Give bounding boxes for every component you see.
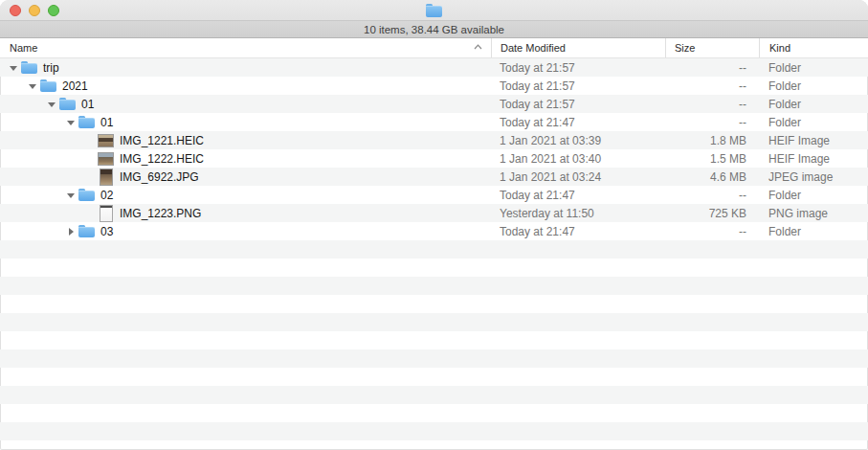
row-date: 1 Jan 2021 at 03:24 (491, 168, 665, 186)
row-indent (0, 186, 65, 204)
row-size: 725 KB (665, 204, 759, 222)
row-indent (0, 222, 65, 240)
list-row[interactable]: 2021 Today at 21:57 -- Folder (0, 77, 868, 95)
disclosure-triangle[interactable] (27, 77, 38, 95)
row-name: trip (43, 61, 59, 75)
empty-row (0, 386, 868, 404)
disclosure-triangle[interactable] (65, 222, 77, 240)
list-row[interactable]: 03 Today at 21:47 -- Folder (0, 222, 868, 240)
row-name: IMG_6922.JPG (120, 170, 199, 184)
status-text: 10 items, 38.44 GB available (364, 24, 504, 35)
row-date: Today at 21:57 (491, 77, 665, 95)
titlebar[interactable] (0, 0, 868, 21)
row-indent (0, 149, 84, 168)
list-row[interactable]: 01 Today at 21:47 -- Folder (0, 113, 868, 131)
row-kind: PNG image (759, 204, 868, 222)
disclosure-triangle[interactable] (8, 58, 19, 77)
row-size: -- (665, 77, 759, 95)
row-name: 01 (81, 98, 94, 111)
disclosure-triangle (84, 131, 96, 149)
row-size: -- (665, 58, 759, 77)
row-kind: Folder (759, 113, 868, 131)
column-header-size[interactable]: Size (665, 38, 759, 57)
disclosure-triangle[interactable] (46, 95, 57, 113)
row-indent (0, 168, 84, 186)
row-size: -- (665, 222, 759, 240)
disclosure-triangle (84, 149, 96, 168)
file-list: trip Today at 21:57 -- Folder 2021 Today… (0, 58, 868, 449)
row-date: 1 Jan 2021 at 03:39 (491, 131, 665, 149)
row-name: 01 (100, 116, 113, 129)
row-size: 4.6 MB (665, 168, 759, 186)
row-kind: Folder (759, 186, 868, 204)
status-bar: 10 items, 38.44 GB available (0, 21, 868, 38)
row-date: Yesterday at 11:50 (491, 204, 665, 222)
row-date: Today at 21:57 (491, 95, 665, 113)
disclosure-triangle (84, 168, 96, 186)
traffic-lights (10, 5, 59, 16)
chevron-up-icon (474, 44, 482, 50)
row-name: IMG_1223.PNG (120, 207, 201, 220)
list-row[interactable]: trip Today at 21:57 -- Folder (0, 58, 868, 77)
row-indent (0, 204, 84, 222)
column-header-name[interactable]: Name (0, 38, 491, 57)
disclosure-triangle[interactable] (65, 113, 77, 131)
folder-icon (40, 77, 56, 95)
list-row[interactable]: IMG_1223.PNG Yesterday at 11:50 725 KB P… (0, 204, 868, 222)
close-button[interactable] (10, 5, 21, 16)
row-name: 2021 (62, 79, 88, 93)
row-name: 03 (100, 225, 113, 238)
disclosure-triangle (84, 204, 96, 222)
empty-row (0, 349, 868, 368)
row-name: IMG_1221.HEIC (120, 134, 204, 147)
row-kind: Folder (759, 222, 868, 240)
column-header-kind[interactable]: Kind (759, 38, 868, 57)
row-date: 1 Jan 2021 at 03:40 (491, 149, 665, 168)
empty-row (0, 368, 868, 386)
folder-icon (78, 186, 95, 204)
row-kind: Folder (759, 95, 868, 113)
row-date: Today at 21:47 (491, 113, 665, 131)
row-kind: Folder (759, 77, 868, 95)
list-row[interactable]: IMG_1222.HEIC 1 Jan 2021 at 03:40 1.5 MB… (0, 149, 868, 168)
jpeg-photo-icon (98, 168, 114, 186)
folder-icon (78, 113, 95, 131)
row-indent (0, 131, 84, 149)
list-row[interactable]: 02 Today at 21:47 -- Folder (0, 186, 868, 204)
column-header-date[interactable]: Date Modified (491, 38, 665, 57)
row-date: Today at 21:47 (491, 186, 665, 204)
minimize-button[interactable] (29, 5, 40, 16)
empty-row (0, 422, 868, 440)
list-row[interactable]: 01 Today at 21:57 -- Folder (0, 95, 868, 113)
empty-row (0, 404, 868, 422)
disclosure-triangle[interactable] (65, 186, 77, 204)
empty-row (0, 331, 868, 349)
row-indent (0, 95, 46, 113)
row-size: -- (665, 113, 759, 131)
row-indent (0, 77, 27, 95)
row-indent (0, 58, 8, 77)
folder-icon (59, 95, 76, 113)
heic-photo-2-icon (98, 149, 114, 168)
empty-row (0, 240, 868, 259)
folder-icon (21, 58, 37, 77)
row-date: Today at 21:57 (491, 58, 665, 77)
empty-row (0, 313, 868, 331)
row-size: -- (665, 95, 759, 113)
row-kind: HEIF Image (759, 149, 868, 168)
list-row[interactable]: IMG_6922.JPG 1 Jan 2021 at 03:24 4.6 MB … (0, 168, 868, 186)
list-row[interactable]: IMG_1221.HEIC 1 Jan 2021 at 03:39 1.8 MB… (0, 131, 868, 149)
empty-row (0, 440, 868, 449)
row-name: 02 (100, 189, 113, 202)
titlebar-folder-icon (426, 4, 442, 17)
row-name: IMG_1222.HEIC (120, 152, 204, 166)
row-size: 1.5 MB (665, 149, 759, 168)
folder-icon (78, 222, 95, 240)
zoom-button[interactable] (48, 5, 59, 16)
png-photo-icon (98, 204, 114, 222)
empty-row (0, 259, 868, 277)
row-indent (0, 113, 65, 131)
heic-photo-1-icon (98, 131, 114, 149)
empty-row (0, 295, 868, 313)
empty-row (0, 277, 868, 295)
